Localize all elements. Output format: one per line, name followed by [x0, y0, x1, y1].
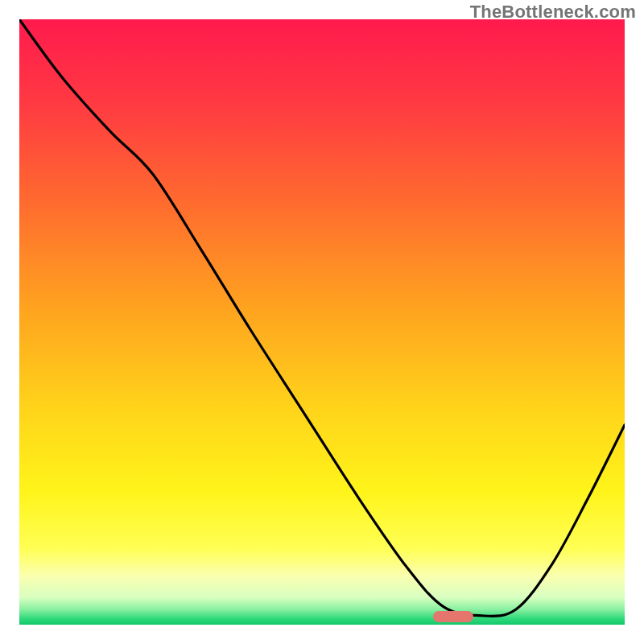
chart-stage: TheBottleneck.com — [0, 0, 644, 644]
optimum-marker — [433, 611, 473, 622]
background-gradient — [19, 19, 625, 625]
